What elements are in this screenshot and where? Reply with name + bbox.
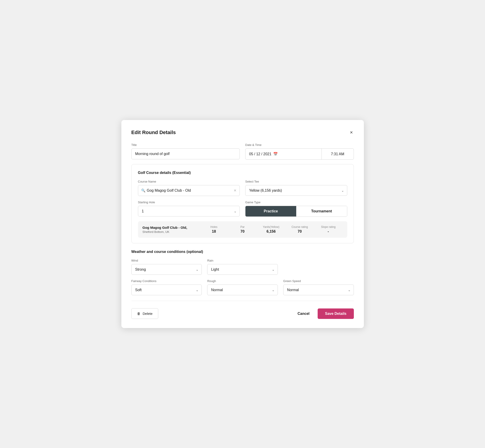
weather-section: Weather and course conditions (optional)…	[131, 250, 354, 295]
rain-wrapper: Light None Moderate Heavy ⌄	[207, 264, 278, 275]
course-name-bold: Gog Magog Golf Club - Old,	[143, 226, 200, 230]
rough-wrapper: Normal Short Long ⌄	[207, 285, 278, 295]
datetime-label: Date & Time	[245, 143, 354, 147]
holes-value: 18	[212, 230, 216, 233]
wind-label: Wind	[131, 259, 202, 262]
yards-label: Yards(Yellow)	[263, 225, 279, 229]
course-name-group: Course Name 🔍 ✕	[138, 180, 240, 196]
fairway-dropdown[interactable]: Soft Dry Normal Wet	[131, 285, 202, 295]
rough-dropdown[interactable]: Normal Short Long	[207, 285, 278, 295]
par-stat: Par 70	[228, 225, 257, 233]
course-name-wrapper: 🔍 ✕	[138, 185, 240, 196]
green-speed-group: Green Speed Normal Slow Fast ⌄	[283, 279, 354, 295]
close-button[interactable]: ×	[349, 129, 354, 136]
green-speed-label: Green Speed	[283, 279, 354, 283]
date-value: 05 / 12 / 2021	[249, 152, 271, 156]
rough-group: Rough Normal Short Long ⌄	[207, 279, 278, 295]
starting-hole-group: Starting Hole 1 ⌄	[138, 200, 240, 217]
hole-gametype-row: Starting Hole 1 ⌄ Game Type Practice Tou…	[138, 200, 347, 217]
practice-button[interactable]: Practice	[245, 206, 296, 216]
title-input[interactable]	[131, 148, 240, 159]
date-part[interactable]: 05 / 12 / 2021 📅	[245, 149, 322, 159]
wind-group: Wind Strong Calm Light Moderate Very Str…	[131, 259, 202, 275]
search-icon: 🔍	[141, 189, 146, 192]
fairway-wrapper: Soft Dry Normal Wet ⌄	[131, 285, 202, 295]
course-name-label: Course Name	[138, 180, 240, 183]
rough-label: Rough	[207, 279, 278, 283]
trash-icon: 🗑	[137, 312, 140, 315]
starting-hole-wrapper: 1 ⌄	[138, 206, 240, 216]
select-tee-group: Select Tee Yellow (6,156 yards) ⌄	[245, 180, 347, 196]
par-value: 70	[241, 230, 244, 233]
calendar-icon: 📅	[273, 152, 278, 156]
spacer	[283, 259, 354, 275]
holes-stat: Holes 18	[200, 225, 228, 233]
holes-label: Holes	[210, 225, 218, 229]
golf-course-section: Golf Course details (Essential) Course N…	[131, 164, 354, 243]
golf-section-title: Golf Course details (Essential)	[138, 171, 347, 175]
slope-rating-label: Slope rating	[321, 225, 336, 229]
conditions-row: Fairway Conditions Soft Dry Normal Wet ⌄…	[131, 279, 354, 295]
select-tee-wrapper: Yellow (6,156 yards) ⌄	[245, 185, 347, 196]
game-type-toggle: Practice Tournament	[245, 206, 347, 217]
clear-icon[interactable]: ✕	[234, 189, 237, 192]
select-tee-dropdown[interactable]: Yellow (6,156 yards)	[245, 185, 347, 196]
rain-group: Rain Light None Moderate Heavy ⌄	[207, 259, 278, 275]
course-rating-stat: Course rating 70	[285, 225, 314, 233]
green-speed-wrapper: Normal Slow Fast ⌄	[283, 285, 354, 295]
course-rating-value: 70	[298, 230, 302, 233]
wind-rain-row: Wind Strong Calm Light Moderate Very Str…	[131, 259, 354, 275]
modal-header: Edit Round Details ×	[131, 129, 354, 136]
title-datetime-row: Title Date & Time 05 / 12 / 2021 📅 7:31 …	[131, 143, 354, 160]
slope-rating-stat: Slope rating -	[314, 225, 343, 233]
footer-row: 🗑 Delete Cancel Save Details	[131, 308, 354, 319]
game-type-label: Game Type	[245, 200, 347, 204]
time-part[interactable]: 7:31 AM	[322, 149, 354, 159]
course-location: Shelford Bottom, UK	[143, 230, 200, 233]
edit-round-modal: Edit Round Details × Title Date & Time 0…	[121, 120, 364, 328]
wind-dropdown[interactable]: Strong Calm Light Moderate Very Strong	[131, 264, 202, 275]
footer-divider	[131, 301, 354, 301]
yards-stat: Yards(Yellow) 6,156	[257, 225, 285, 233]
weather-title: Weather and course conditions (optional)	[131, 250, 354, 254]
delete-button[interactable]: 🗑 Delete	[131, 308, 158, 319]
course-name-input[interactable]	[138, 185, 240, 196]
tournament-button[interactable]: Tournament	[296, 206, 347, 216]
course-tee-row: Course Name 🔍 ✕ Select Tee Yellow (6,156…	[138, 180, 347, 196]
rain-dropdown[interactable]: Light None Moderate Heavy	[207, 264, 278, 275]
modal-title: Edit Round Details	[131, 129, 176, 136]
course-info-bar: Gog Magog Golf Club - Old, Shelford Bott…	[138, 221, 347, 238]
time-value: 7:31 AM	[331, 152, 344, 156]
delete-label: Delete	[143, 312, 153, 315]
fairway-label: Fairway Conditions	[131, 279, 202, 283]
datetime-group: Date & Time 05 / 12 / 2021 📅 7:31 AM	[245, 143, 354, 160]
slope-rating-value: -	[328, 230, 329, 233]
title-label: Title	[131, 143, 240, 147]
save-button[interactable]: Save Details	[318, 308, 354, 319]
yards-value: 6,156	[267, 230, 276, 233]
course-rating-label: Course rating	[291, 225, 308, 229]
fairway-group: Fairway Conditions Soft Dry Normal Wet ⌄	[131, 279, 202, 295]
select-tee-label: Select Tee	[245, 180, 347, 183]
starting-hole-dropdown[interactable]: 1	[138, 206, 240, 216]
starting-hole-label: Starting Hole	[138, 200, 240, 204]
title-group: Title	[131, 143, 240, 160]
course-info-name: Gog Magog Golf Club - Old, Shelford Bott…	[143, 226, 200, 233]
footer-right: Cancel Save Details	[296, 308, 354, 319]
par-label: Par	[241, 225, 245, 229]
date-time-container: 05 / 12 / 2021 📅 7:31 AM	[245, 148, 354, 160]
green-speed-dropdown[interactable]: Normal Slow Fast	[283, 285, 354, 295]
wind-wrapper: Strong Calm Light Moderate Very Strong ⌄	[131, 264, 202, 275]
rain-label: Rain	[207, 259, 278, 262]
cancel-button[interactable]: Cancel	[296, 308, 311, 319]
game-type-group: Game Type Practice Tournament	[245, 200, 347, 217]
